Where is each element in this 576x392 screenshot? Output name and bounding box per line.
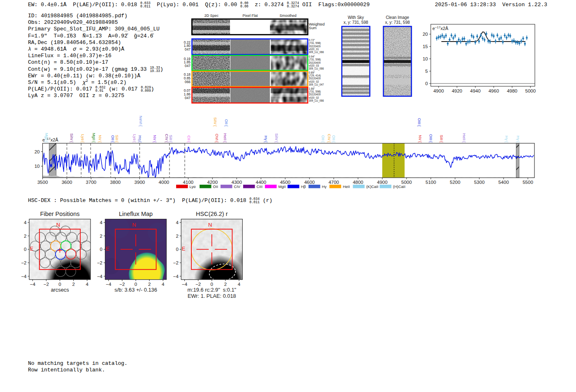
svg-text:4: 4 [86, 282, 88, 287]
svg-text:Hγ: Hγ [322, 185, 327, 189]
svg-text:15: 15 [423, 44, 428, 49]
svg-text:arcsecs: arcsecs [51, 287, 69, 293]
svg-text:4920: 4920 [452, 88, 462, 93]
svg-text:047: 047 [185, 96, 190, 100]
svg-text:4940: 4940 [470, 88, 481, 93]
svg-text:Pixel Flat: Pixel Flat [242, 14, 258, 18]
svg-text:4960: 4960 [488, 88, 499, 93]
svg-text:NeVI {: NeVI { [139, 116, 143, 126]
svg-text:4: 4 [238, 282, 241, 287]
svg-text:4000: 4000 [159, 180, 170, 185]
svg-text:4900: 4900 [433, 88, 444, 93]
svg-text:1.66": 1.66" [309, 87, 315, 90]
svg-text:Lineflux Map: Lineflux Map [119, 211, 153, 217]
svg-text:(H)CaII: (H)CaII [393, 185, 405, 189]
svg-text:0: 0 [24, 247, 26, 252]
svg-text:s/b: 3.63 +/- 0.136: s/b: 3.63 +/- 0.136 [114, 287, 157, 293]
svg-text:3500: 3500 [37, 180, 48, 185]
svg-text:−2: −2 [119, 282, 125, 287]
svg-text:2: 2 [100, 234, 102, 239]
svg-text:−2: −2 [97, 260, 102, 265]
svg-text:20: 20 [423, 32, 428, 37]
svg-text:x, y: 731, 598: x, y: 731, 598 [385, 20, 410, 25]
svg-text:SiIV {: SiIV { [70, 133, 74, 143]
svg-text:0.89": 0.89" [309, 71, 315, 74]
svg-text:OII {: OII { [224, 119, 229, 127]
svg-text:Clean Image: Clean Image [386, 15, 409, 20]
svg-text:−4: −4 [21, 274, 27, 279]
svg-text:4400: 4400 [256, 180, 267, 185]
svg-text:MgII: MgII [278, 185, 286, 189]
svg-text:309_LU_066: 309_LU_066 [309, 51, 324, 54]
svg-text:OII {: OII { [111, 135, 115, 143]
svg-text:2D Spec: 2D Spec [204, 14, 219, 18]
svg-text:Hβ: Hβ [301, 185, 306, 189]
svg-text:EWr: 1. PLAE: 0.018: EWr: 1. PLAE: 0.018 [188, 293, 236, 299]
svg-text:HeII {: HeII { [462, 133, 467, 143]
svg-text:2: 2 [72, 282, 74, 287]
svg-text:3900: 3900 [135, 180, 145, 185]
svg-text:E: E [106, 246, 109, 252]
svg-text:SiIV {: SiIV { [274, 133, 279, 143]
svg-text:SiII {: SiII { [439, 135, 444, 143]
svg-text:10: 10 [35, 164, 40, 169]
svg-text:−4: −4 [97, 274, 103, 279]
svg-text:Hγ {: Hγ { [264, 136, 268, 143]
svg-text:CIV {: CIV { [327, 134, 332, 143]
svg-text:m:19.6 rc:2.9" s:0.1": m:19.6 rc:2.9" s:0.1" [187, 287, 236, 293]
svg-text:20220409: 20220409 [309, 93, 321, 96]
svg-text:N: N [208, 222, 212, 228]
svg-text:CIV {: CIV { [165, 134, 169, 143]
svg-text:CII {: CII { [187, 135, 191, 142]
svg-text:309_LU_047: 309_LU_047 [309, 83, 324, 86]
svg-text:Smoothed: Smoothed [279, 14, 296, 18]
svg-text:−2: −2 [173, 260, 179, 265]
svg-text:2: 2 [224, 282, 227, 287]
svg-text:5300: 5300 [474, 180, 485, 185]
svg-text:20220409: 20220409 [309, 77, 321, 80]
svg-text:Fiber Positions: Fiber Positions [40, 211, 80, 217]
svg-text:−2: −2 [195, 282, 201, 287]
svg-text:5000: 5000 [401, 180, 412, 185]
svg-text:0.72": 0.72" [309, 39, 315, 42]
svg-text:4800: 4800 [353, 180, 363, 185]
svg-text:Lyα {: Lyα { [81, 134, 85, 142]
svg-text:4900: 4900 [377, 180, 388, 185]
svg-text:−4: −4 [106, 282, 111, 287]
svg-text:0.94": 0.94" [309, 55, 315, 58]
svg-text:10: 10 [423, 56, 428, 61]
svg-text:NV {: NV { [418, 135, 423, 142]
svg-text:NV {: NV { [98, 135, 102, 142]
svg-text:MgII {: MgII { [44, 133, 49, 143]
svg-text:0: 0 [425, 81, 428, 86]
svg-text:Lyα {: Lyα { [132, 134, 137, 142]
svg-text:047: 047 [185, 64, 190, 68]
svg-text:047: 047 [185, 47, 190, 51]
svg-text:2: 2 [176, 234, 178, 239]
svg-text:4: 4 [162, 282, 165, 287]
svg-text:OII: OII [213, 185, 218, 189]
svg-text:3800: 3800 [110, 180, 121, 185]
svg-text:4200: 4200 [207, 180, 218, 185]
svg-text:CIII: CIII [257, 185, 262, 189]
svg-text:309_LU_066: 309_LU_066 [309, 67, 324, 70]
svg-text:3600: 3600 [62, 180, 72, 185]
svg-text:SiIV {: SiIV { [213, 117, 218, 127]
svg-text:x, y: 731, 598: x, y: 731, 598 [344, 20, 368, 25]
svg-text:5000: 5000 [525, 88, 536, 93]
svg-text:OII {: OII { [321, 135, 325, 143]
svg-text:309_LU_066: 309_LU_066 [309, 99, 324, 102]
svg-text:3700: 3700 [86, 180, 97, 185]
svg-text:−4: −4 [30, 282, 36, 287]
svg-text:5500: 5500 [523, 180, 533, 185]
svg-text:SiII {: SiII { [115, 135, 119, 143]
svg-text:Lyα: Lyα [190, 185, 196, 189]
svg-text:HeII: HeII [343, 185, 350, 189]
svg-text:N: N [56, 222, 60, 228]
svg-text:OIII {: OIII { [417, 118, 422, 126]
svg-text:20220409: 20220409 [309, 61, 321, 64]
svg-text:4300: 4300 [232, 180, 242, 185]
svg-text:−4: −4 [173, 274, 179, 279]
svg-text:CIV: CIV [234, 185, 241, 189]
svg-text:4100: 4100 [183, 180, 194, 185]
